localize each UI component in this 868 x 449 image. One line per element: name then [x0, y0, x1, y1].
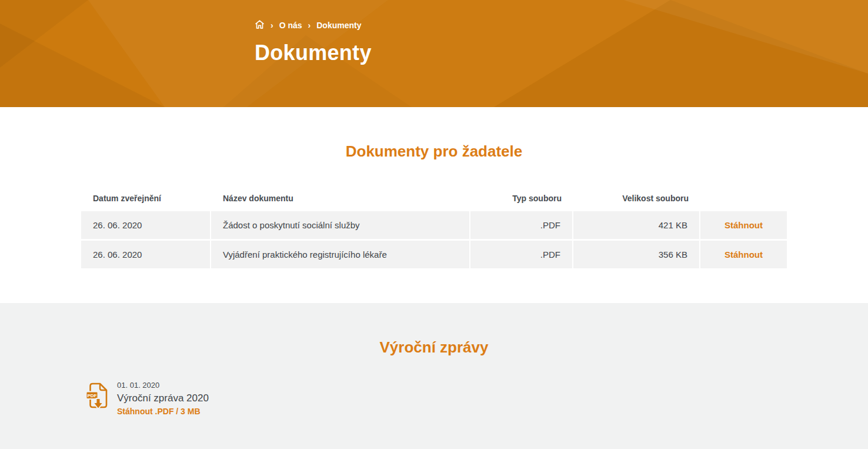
banner-content: › O nás › Dokumenty Dokumenty: [81, 0, 787, 65]
download-link[interactable]: Stáhnout: [725, 250, 763, 260]
table-row: 26. 06. 2020 Vyjádření praktického regis…: [81, 241, 787, 268]
annual-reports-section: Výroční zprávy PDF 01. 01. 2020 Výroční …: [0, 303, 868, 449]
cell-size: 356 KB: [573, 241, 700, 268]
annual-reports-heading: Výroční zprávy: [81, 338, 787, 357]
pdf-badge-label: PDF: [88, 393, 97, 398]
home-icon: [255, 19, 265, 31]
download-link[interactable]: Stáhnout: [725, 220, 763, 230]
report-text-block: 01. 01. 2020 Výroční zpráva 2020 Stáhnou…: [117, 380, 209, 418]
breadcrumb-item-dokumenty: Dokumenty: [316, 21, 361, 30]
report-download-link[interactable]: Stáhnout .PDF / 3 MB: [117, 405, 201, 418]
documents-table: Datum zveřejnění Název dokumentu Typ sou…: [81, 191, 787, 268]
col-header-size: Velikost souboru: [573, 191, 700, 205]
breadcrumb-item-o-nas[interactable]: O nás: [279, 21, 302, 30]
documents-heading: Dokumenty pro žadatele: [81, 142, 787, 161]
col-header-action: [700, 191, 787, 205]
list-item: PDF 01. 01. 2020 Výroční zpráva 2020 Stá…: [81, 380, 787, 418]
cell-type: .PDF: [470, 241, 573, 268]
table-row: 26. 06. 2020 Žádost o poskytnutí sociáln…: [81, 211, 787, 239]
cell-name: Žádost o poskytnutí sociální služby: [211, 211, 470, 239]
table-header-row: Datum zveřejnění Název dokumentu Typ sou…: [81, 191, 787, 205]
documents-section: Dokumenty pro žadatele Datum zveřejnění …: [0, 107, 868, 303]
pdf-download-icon: PDF: [86, 381, 109, 413]
col-header-date: Datum zveřejnění: [81, 191, 211, 205]
page-header-banner: › O nás › Dokumenty Dokumenty: [0, 0, 868, 107]
cell-type: .PDF: [470, 211, 573, 239]
breadcrumb: › O nás › Dokumenty: [255, 19, 787, 31]
cell-date: 26. 06. 2020: [81, 211, 211, 239]
page-title: Dokumenty: [255, 41, 787, 65]
col-header-name: Název dokumentu: [211, 191, 470, 205]
cell-size: 421 KB: [573, 211, 700, 239]
breadcrumb-separator: ›: [308, 21, 311, 30]
col-header-type: Typ souboru: [470, 191, 573, 205]
breadcrumb-home-link[interactable]: [255, 19, 265, 31]
cell-date: 26. 06. 2020: [81, 241, 211, 268]
report-title: Výroční zpráva 2020: [117, 391, 209, 406]
breadcrumb-separator: ›: [271, 21, 273, 30]
cell-name: Vyjádření praktického registrujícího lék…: [211, 241, 470, 268]
report-date: 01. 01. 2020: [117, 380, 209, 391]
